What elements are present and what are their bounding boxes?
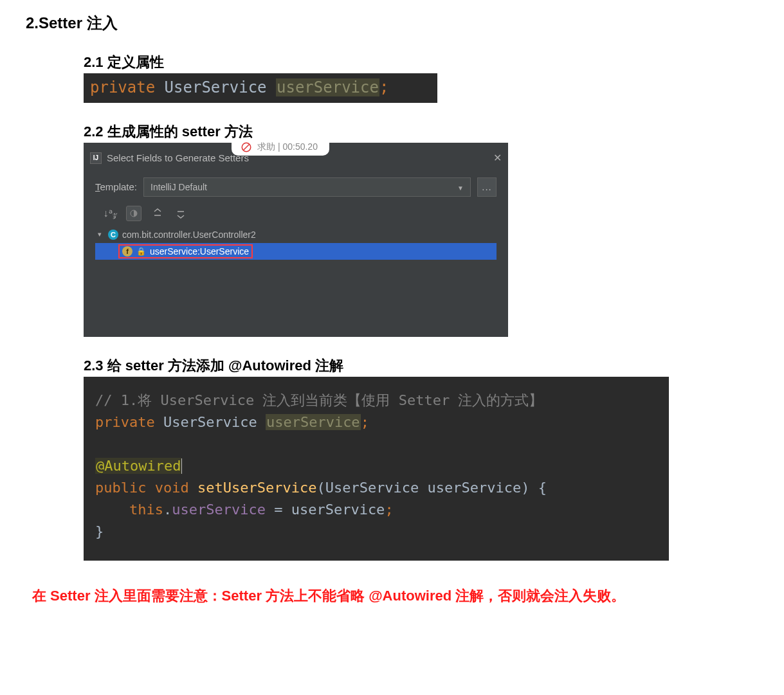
heading-main: 2.Setter 注入 xyxy=(26,13,758,33)
section-2-1: 2.1 定义属性 private UserService userService… xyxy=(84,53,758,103)
circle-half-icon xyxy=(129,209,138,218)
heading-2-2: 2.2 生成属性的 setter 方法 xyxy=(84,122,758,141)
field-badge-icon: f xyxy=(122,246,132,257)
code-semicolon: ; xyxy=(385,501,393,518)
sort-az-icon[interactable]: ↓ᵃ𝓏 xyxy=(103,206,117,221)
template-options-button[interactable]: ... xyxy=(477,177,497,197)
code-kw-private: private xyxy=(95,414,155,430)
code-block-setter-autowired: // 1.将 UserService 注入到当前类【使用 Setter 注入的方… xyxy=(84,377,669,561)
tree-class-row[interactable]: ▾ C com.bit.controller.UserController2 xyxy=(95,226,497,243)
lock-icon: 🔒 xyxy=(136,247,146,256)
code-param-type: UserService xyxy=(325,480,419,496)
code-semicolon: ; xyxy=(361,414,369,430)
popup-record-badge: 求助 | 00:50.20 xyxy=(232,140,329,156)
code-kw-void: void xyxy=(155,480,189,496)
code-semicolon: ; xyxy=(379,78,388,96)
code-comment: // 1.将 UserService 注入到当前类【使用 Setter 注入的方… xyxy=(95,392,543,408)
code-type: UserService xyxy=(165,78,267,96)
tree-field-label: userService:UserService xyxy=(150,246,249,257)
section-2-2: 2.2 生成属性的 setter 方法 求助 | 00:50.20 IJ Sel… xyxy=(84,122,758,337)
tree-field-row[interactable]: f 🔒 userService:UserService xyxy=(95,243,497,260)
filter-toggle-button[interactable] xyxy=(126,206,141,221)
field-tree: ▾ C com.bit.controller.UserController2 f… xyxy=(84,226,508,337)
code-kw-private: private xyxy=(90,78,155,96)
code-type: UserService xyxy=(163,414,257,430)
tree-class-label: com.bit.controller.UserController2 xyxy=(122,230,256,240)
dialog-toolbar: ↓ᵃ𝓏 xyxy=(84,202,508,226)
svg-line-1 xyxy=(244,144,250,150)
footer-warning: 在 Setter 注入里面需要注意：Setter 方法上不能省略 @Autowi… xyxy=(32,586,758,606)
class-badge-icon: C xyxy=(108,230,118,240)
heading-2-3: 2.3 给 setter 方法添加 @Autowired 注解 xyxy=(84,356,758,375)
intellij-icon: IJ xyxy=(90,152,102,164)
code-kw-public: public xyxy=(95,480,146,496)
collapse-all-icon[interactable] xyxy=(174,206,188,221)
code-param-name: userService xyxy=(428,480,522,496)
close-icon[interactable]: ✕ xyxy=(493,152,502,164)
highlight-box: f 🔒 userService:UserService xyxy=(118,244,253,258)
template-row: Template: IntelliJ Default ... xyxy=(84,170,508,202)
generate-setters-dialog: 求助 | 00:50.20 IJ Select Fields to Genera… xyxy=(84,143,508,337)
section-2-3: 2.3 给 setter 方法添加 @Autowired 注解 // 1.将 U… xyxy=(84,356,758,561)
code-kw-this: this xyxy=(129,501,163,518)
code-rhs: userService xyxy=(291,501,385,518)
chevron-down-icon xyxy=(457,182,464,192)
code-method-name: setUserService xyxy=(197,480,316,496)
heading-2-1: 2.1 定义属性 xyxy=(84,53,758,72)
template-dropdown[interactable]: IntelliJ Default xyxy=(143,177,471,197)
chevron-down-icon: ▾ xyxy=(95,230,104,239)
popup-record-text: 求助 | 00:50.20 xyxy=(257,141,318,153)
code-variable: userService xyxy=(276,78,379,96)
text-cursor xyxy=(181,458,182,474)
code-annotation-autowired: @Autowired xyxy=(95,458,181,474)
code-block-define-property: private UserService userService; xyxy=(84,73,437,103)
forbidden-icon xyxy=(241,141,252,153)
code-variable: userService xyxy=(266,414,361,430)
code-property: userService xyxy=(172,501,266,518)
template-selected-value: IntelliJ Default xyxy=(150,182,207,192)
template-label: Template: xyxy=(95,181,137,192)
expand-all-icon[interactable] xyxy=(150,206,165,221)
